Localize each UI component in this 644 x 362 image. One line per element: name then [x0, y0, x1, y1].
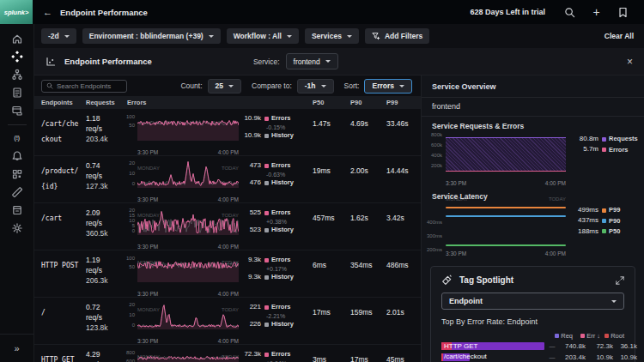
compare-label: Compare to:: [252, 81, 292, 90]
requests-chart-legend: 80.8mRequests 5.7mErrors: [573, 134, 638, 155]
clear-all-button[interactable]: Clear All: [605, 32, 634, 40]
alerts-bell-icon[interactable]: [10, 149, 23, 162]
splunk-logo: splunk>: [0, 0, 33, 24]
back-arrow-icon[interactable]: ←: [43, 7, 52, 17]
header-p90[interactable]: P90: [349, 99, 385, 106]
close-panel-icon[interactable]: ×: [627, 57, 633, 67]
request-rate: 1.18: [86, 114, 124, 124]
left-sidebar: (!) »: [0, 24, 34, 362]
add-filters-button[interactable]: Add Filters: [365, 28, 429, 44]
search-endpoints-box[interactable]: [41, 80, 127, 93]
tag-spotlight-title: Tag Spotlight: [459, 275, 513, 285]
sparkline-yticks: 10050: [125, 252, 137, 281]
endpoint-name[interactable]: /cart/checkout: [41, 120, 78, 143]
req-column-header[interactable]: Req: [544, 332, 573, 340]
request-total: 203.4k: [86, 135, 124, 145]
errors-sparkline-chart[interactable]: 800600400 3:30 PMMONDAY 4:00 PMTODAY: [125, 345, 240, 362]
chevron-down-icon: [347, 35, 352, 38]
request-rate-unit: req/s: [86, 266, 124, 276]
requests-errors-chart[interactable]: [446, 132, 566, 172]
errors-sparkline-chart[interactable]: 20100 3:30 PMMONDAY 4:00 PMTODAY: [125, 298, 240, 344]
chevron-down-icon: [287, 35, 292, 38]
table-row[interactable]: /cart/checkout 1.18 req/s 203.4k 10050 3…: [34, 109, 421, 156]
environment-filter[interactable]: Environment : bblinderman (+39): [82, 28, 221, 44]
request-total: 127.3k: [86, 182, 124, 192]
header-p50[interactable]: P50: [311, 99, 349, 106]
root-value: 10.9k: [613, 353, 637, 361]
apm-tools-icon[interactable]: [10, 185, 23, 198]
tag-spotlight-card: Tag Spotlight Endpoint Top By Error Rate…: [430, 266, 635, 362]
app-window: splunk> ← Endpoint Performance 628 Days …: [0, 0, 644, 362]
endpoint-name[interactable]: /cart: [41, 214, 62, 222]
row-legend: 10.9kErrors -0.15% 10.9kHistory: [240, 109, 311, 155]
errors-sparkline-chart[interactable]: 20100 3:30 PMMONDAY 4:00 PMTODAY: [125, 156, 240, 202]
sparkline-yticks: 20100: [125, 158, 137, 187]
errors-delta: +0.38%: [266, 218, 311, 226]
sparkline-yticks: 20100: [125, 299, 137, 329]
endpoint-name[interactable]: HTTP GET: [41, 356, 75, 362]
bookmark-icon[interactable]: [617, 7, 629, 18]
table-row[interactable]: / 0.72 req/s 123.8k 20100 3:30 PMMONDAY …: [34, 298, 421, 345]
search-endpoints-input[interactable]: [57, 82, 122, 90]
endpoint-name[interactable]: /: [41, 309, 46, 317]
err-column-header[interactable]: Err ↓: [573, 332, 600, 340]
home-icon[interactable]: [10, 32, 23, 45]
service-dropdown[interactable]: frontend: [286, 53, 338, 69]
search-icon[interactable]: [564, 7, 575, 18]
trial-days-badge: 628 Days Left in trial: [470, 8, 545, 16]
service-label: Service:: [253, 57, 280, 66]
errors-swatch: [602, 148, 606, 152]
req-swatch: [555, 334, 559, 338]
latency-chart[interactable]: [446, 204, 566, 249]
table-row[interactable]: HTTP POST 1.19 req/s 206.3k 10050 3:30 P…: [34, 250, 421, 298]
table-header: Endpoints Requests Errors P50 P90 P99: [34, 96, 421, 109]
errors-sparkline-chart[interactable]: 10050 3:30 PMMONDAY 4:00 PMTODAY: [125, 250, 240, 297]
header-errors[interactable]: Errors: [125, 99, 240, 106]
root-column-header[interactable]: Root: [600, 332, 624, 340]
header-requests[interactable]: Requests: [84, 99, 125, 106]
expand-spotlight-icon[interactable]: [616, 276, 624, 285]
sparkline-svg: [137, 206, 239, 235]
tag-dropdown[interactable]: Endpoint: [441, 293, 624, 310]
services-filter[interactable]: Services: [305, 28, 359, 44]
spotlight-row[interactable]: /cart/checkout — 203.4k 10.9k 10.9k: [441, 353, 624, 361]
dashboards-icon[interactable]: [10, 104, 23, 117]
request-rate: 4.29: [86, 350, 124, 360]
settings-gear-icon[interactable]: [10, 221, 23, 234]
sort-dropdown[interactable]: Errors: [364, 79, 412, 94]
p99-line-series: [446, 207, 566, 208]
expand-sidebar-icon[interactable]: »: [14, 343, 19, 353]
detectors-icon[interactable]: (!): [10, 131, 23, 144]
errors-sparkline-chart[interactable]: 20151050 3:30 PMMONDAY 4:00 PMTODAY: [125, 203, 240, 250]
create-plus-icon[interactable]: +: [591, 7, 602, 18]
data-management-icon[interactable]: [10, 203, 23, 216]
count-dropdown[interactable]: 25: [208, 79, 241, 94]
endpoint-name[interactable]: HTTP POST: [41, 262, 78, 269]
service-name[interactable]: frontend: [432, 102, 460, 111]
apm-icon[interactable]: [10, 50, 23, 63]
log-observer-icon[interactable]: [10, 86, 23, 99]
request-total: 123.8k: [86, 323, 124, 334]
errors-swatch: [264, 305, 269, 310]
table-row[interactable]: /cart 2.09 req/s 360.5k 20151050 3:30 PM…: [34, 203, 421, 250]
header-p99[interactable]: P99: [385, 99, 421, 106]
history-swatch: [264, 275, 269, 280]
endpoint-name[interactable]: /product/{id}: [41, 167, 78, 190]
time-range-picker[interactable]: -2d: [41, 28, 76, 44]
header-endpoints[interactable]: Endpoints: [34, 99, 84, 106]
table-row[interactable]: HTTP GET 4.29 req/s 800600400 3:30 PMMON…: [34, 345, 421, 362]
sparkline-svg: [137, 159, 239, 188]
spotlight-row[interactable]: HTTP GET — 740.8k 72.3k 36.1k: [441, 342, 624, 351]
workflow-filter[interactable]: Workflow : All: [227, 28, 299, 44]
request-rate: 2.09: [86, 208, 124, 219]
p99-value: 3.42s: [386, 214, 404, 222]
history-count: 226: [240, 320, 261, 329]
errors-sparkline-chart[interactable]: 10050 3:30 PMMONDAY 4:00 PMTODAY: [125, 109, 240, 155]
page-title: Endpoint Performance: [60, 8, 148, 17]
p90-value: 17ms: [350, 355, 368, 362]
metrics-icon[interactable]: [10, 167, 23, 180]
compare-dropdown[interactable]: -1h: [297, 79, 334, 94]
endpoint-performance-icon: [46, 57, 56, 67]
table-row[interactable]: /product/{id} 0.74 req/s 127.3k 20100 3:…: [34, 156, 421, 203]
infrastructure-icon[interactable]: [10, 68, 23, 81]
